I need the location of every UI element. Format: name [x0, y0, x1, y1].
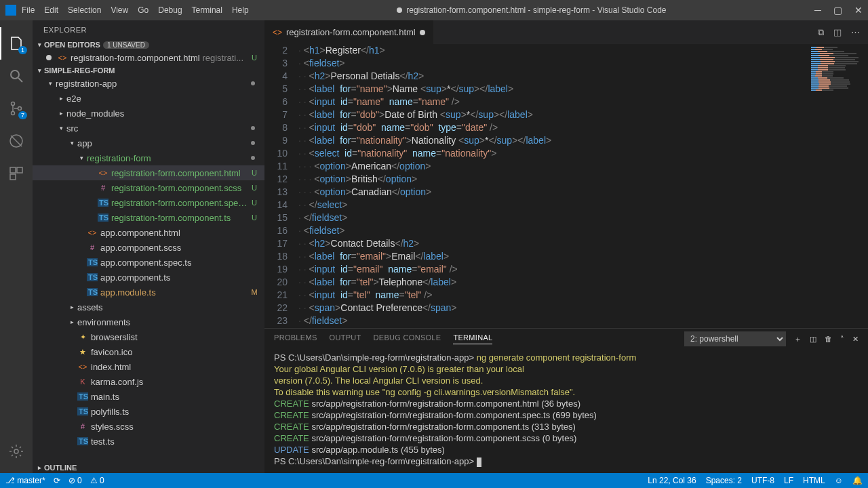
file-icon: TS — [87, 273, 98, 281]
tree-item[interactable]: ▾app — [33, 136, 264, 150]
feedback-icon[interactable]: ☺ — [835, 476, 843, 485]
language-mode[interactable]: HTML — [803, 476, 825, 485]
tree-item[interactable]: TSapp.component.spec.ts — [33, 255, 264, 270]
minimap[interactable] — [807, 44, 868, 328]
close-panel-icon[interactable]: ✕ — [852, 335, 859, 344]
split-editor-icon[interactable]: ◫ — [833, 27, 842, 37]
tree-label: app.component.scss — [100, 243, 259, 253]
maximize-icon[interactable]: ▢ — [833, 5, 842, 16]
chevron-icon: ▾ — [60, 125, 66, 131]
svg-point-10 — [14, 449, 18, 453]
tree-item[interactable]: ▸e2e — [33, 91, 264, 106]
editor-tab[interactable]: <> registration-form.component.html — [264, 20, 433, 44]
debug-icon[interactable] — [0, 125, 33, 157]
chevron-icon: ▸ — [60, 110, 66, 117]
sync-icon[interactable]: ⟳ — [54, 476, 60, 485]
open-editors-header[interactable]: ▾ OPEN EDITORS 1 UNSAVED — [33, 39, 264, 50]
file-status: U — [250, 54, 259, 62]
tree-item[interactable]: #registration-form.component.scssU — [33, 180, 264, 195]
maximize-panel-icon[interactable]: ˄ — [840, 335, 844, 344]
modified-dot-icon — [251, 126, 255, 130]
tree-label: main.ts — [91, 392, 259, 402]
status-bar: ⎇ master* ⟳ ⊘ 0 ⚠ 0 Ln 22, Col 36 Spaces… — [0, 473, 868, 488]
open-editor-item[interactable]: <> registration-form.component.html regi… — [33, 50, 264, 65]
code-content[interactable]: · <h1>Register</h1>· <fieldset>· · <h2>P… — [298, 44, 807, 328]
kill-terminal-icon[interactable]: 🗑 — [825, 335, 832, 343]
compare-icon[interactable]: ⧉ — [818, 27, 824, 38]
chevron-right-icon: ▸ — [38, 464, 41, 471]
menu-debug[interactable]: Debug — [158, 5, 182, 15]
tree-item[interactable]: <>registration-form.component.htmlU — [33, 165, 264, 180]
notifications-icon[interactable]: 🔔 — [852, 476, 863, 485]
warnings-indicator[interactable]: ⚠ 0 — [90, 476, 104, 485]
window-title: registration-form.component.html - simpl… — [249, 5, 814, 15]
extensions-icon[interactable] — [0, 157, 33, 190]
cursor-position[interactable]: Ln 22, Col 36 — [648, 476, 696, 485]
code-editor[interactable]: 234567891011121314151617181920212223 · <… — [264, 44, 868, 328]
svg-rect-7 — [10, 167, 16, 173]
tree-item[interactable]: <>app.component.html — [33, 225, 264, 240]
tree-item[interactable]: ✦browserslist — [33, 329, 264, 344]
tree-item[interactable]: <>index.html — [33, 359, 264, 374]
tree-item[interactable]: #app.component.scss — [33, 240, 264, 255]
tree-item[interactable]: TSmain.ts — [33, 389, 264, 404]
svg-point-3 — [12, 112, 15, 115]
indentation[interactable]: Spaces: 2 — [706, 476, 742, 485]
tree-item[interactable]: ▸assets — [33, 300, 264, 314]
tree-item[interactable]: ▸node_modules — [33, 106, 264, 121]
scm-icon[interactable]: 7 — [0, 92, 33, 125]
split-terminal-icon[interactable]: ◫ — [810, 335, 816, 344]
menu-file[interactable]: File — [22, 5, 35, 15]
minimize-icon[interactable]: ─ — [814, 5, 821, 16]
unsaved-badge: 1 UNSAVED — [103, 41, 149, 49]
outline-header[interactable]: ▸ OUTLINE — [33, 462, 264, 473]
tree-item[interactable]: TSapp.module.tsM — [33, 285, 264, 300]
menu-help[interactable]: Help — [232, 5, 249, 15]
tree-item[interactable]: #styles.scss — [33, 419, 264, 434]
panel-tab-output[interactable]: OUTPUT — [330, 333, 361, 344]
terminal-output[interactable]: PS C:\Users\Dan\simple-reg-form\registra… — [264, 349, 868, 473]
tree-item[interactable]: ▾src — [33, 121, 264, 136]
explorer-icon[interactable]: 1 — [0, 27, 33, 60]
menu-selection[interactable]: Selection — [68, 5, 101, 15]
panel-tab-terminal[interactable]: TERMINAL — [453, 333, 492, 344]
modified-dot-icon — [251, 81, 255, 85]
tree-item[interactable]: TSpolyfills.ts — [33, 404, 264, 419]
file-icon: # — [77, 422, 88, 430]
tree-item[interactable]: TSregistration-form.component.tsU — [33, 210, 264, 225]
tree-item[interactable]: Kkarma.conf.js — [33, 374, 264, 389]
more-icon[interactable]: ⋯ — [851, 27, 860, 37]
menubar: FileEditSelectionViewGoDebugTerminalHelp — [22, 5, 249, 15]
panel-tab-problems[interactable]: PROBLEMS — [274, 333, 317, 344]
project-header[interactable]: ▾ SIMPLE-REG-FORM — [33, 65, 264, 76]
menu-go[interactable]: Go — [138, 5, 149, 15]
window-title-text: registration-form.component.html - simpl… — [406, 5, 666, 15]
modified-dot-icon — [251, 141, 255, 145]
tree-item[interactable]: TStest.ts — [33, 434, 264, 449]
tree-item[interactable]: ▸environments — [33, 314, 264, 329]
open-editors-label: OPEN EDITORS — [44, 41, 100, 49]
menu-view[interactable]: View — [111, 5, 128, 15]
menu-edit[interactable]: Edit — [44, 5, 58, 15]
tree-item[interactable]: TSapp.component.ts — [33, 270, 264, 285]
tree-item[interactable]: TSregistration-form.component.spec.tsU — [33, 195, 264, 210]
branch-indicator[interactable]: ⎇ master* — [5, 476, 45, 485]
close-icon[interactable]: ✕ — [854, 5, 863, 16]
errors-indicator[interactable]: ⊘ 0 — [68, 476, 82, 485]
panel-tab-debug-console[interactable]: DEBUG CONSOLE — [374, 333, 441, 344]
settings-gear-icon[interactable] — [0, 435, 33, 468]
chevron-down-icon: ▾ — [38, 67, 41, 74]
titlebar: FileEditSelectionViewGoDebugTerminalHelp… — [0, 0, 868, 20]
search-icon[interactable] — [0, 60, 33, 92]
eol[interactable]: LF — [784, 476, 793, 485]
tree-item[interactable]: ▾registration-form — [33, 150, 264, 165]
encoding[interactable]: UTF-8 — [751, 476, 774, 485]
tree-item[interactable]: ▾registration-app — [33, 76, 264, 91]
menu-terminal[interactable]: Terminal — [192, 5, 222, 15]
svg-point-2 — [12, 102, 15, 106]
terminal-selector[interactable]: 2: powershell — [684, 331, 786, 346]
new-terminal-icon[interactable]: ＋ — [794, 334, 802, 344]
file-icon: <> — [87, 228, 98, 237]
tree-item[interactable]: ★favicon.ico — [33, 344, 264, 359]
svg-point-4 — [18, 107, 22, 110]
